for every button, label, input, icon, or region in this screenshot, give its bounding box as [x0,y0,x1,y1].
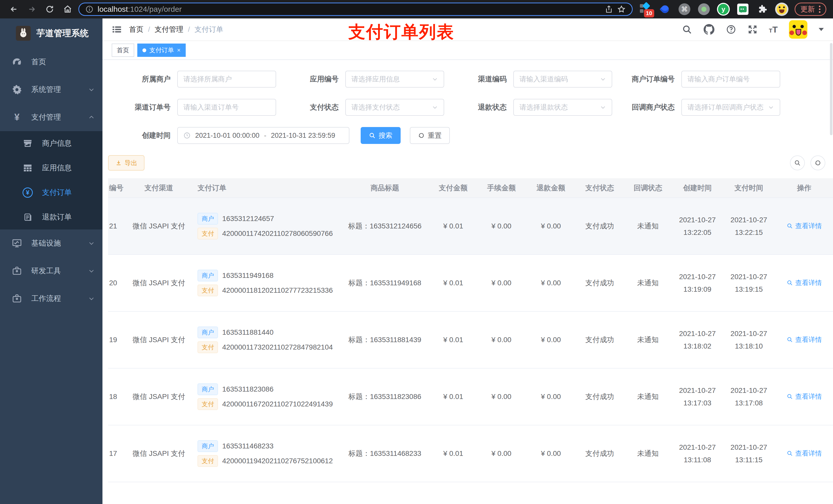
reload-icon[interactable] [43,2,57,16]
sidebar-item-workflow[interactable]: 工作流程 [0,285,102,312]
col-refund: 退款金额 [526,178,576,198]
date-range-picker[interactable]: 2021-10-01 00:00:00 - 2021-10-31 23:59:5… [177,127,349,144]
table-header-row: 编号 支付渠道 支付订单 商品标题 支付金额 手续金额 退款金额 支付状态 回调… [108,178,833,198]
y-extension-icon[interactable]: y [717,3,730,16]
pay-tag: 支付 [197,455,218,467]
sidebar-item-refund-order[interactable]: 退款订单 [0,205,102,230]
font-size-icon[interactable]: TT [769,25,778,34]
merchant-order-no-input[interactable] [681,71,780,88]
puzzle-icon[interactable] [756,3,769,16]
tab-home[interactable]: 首页 [112,44,134,57]
browser-update-button[interactable]: 更新 [794,3,826,16]
tab-pay-order[interactable]: 支付订单 × [137,44,186,57]
breadcrumb-payment[interactable]: 支付管理 [155,25,184,34]
chevron-down-icon [432,76,438,82]
breadcrumb: 首页 / 支付管理 / 支付订单 [129,25,223,34]
sidebar-item-home[interactable]: 首页 [0,48,102,76]
view-detail-link[interactable]: 查看详情 [787,335,822,344]
pay-tag: 支付 [197,398,218,410]
page-annotation: 支付订单列表 [348,21,454,44]
search-button[interactable]: 搜索 [361,127,401,144]
avatar-caret-icon[interactable] [819,28,824,31]
info-icon[interactable] [85,5,94,13]
briefcase-icon [11,266,23,276]
view-detail-link[interactable]: 查看详情 [787,449,822,458]
refund-order-icon [22,212,33,222]
fullscreen-icon[interactable] [747,24,758,34]
chat-extension-icon[interactable] [736,3,749,16]
merchant-input[interactable] [177,71,276,88]
merchant-tag: 商户 [197,270,218,282]
chevron-down-icon [768,104,774,111]
help-icon[interactable] [726,24,736,34]
filter-label: 渠道订单号 [108,102,177,112]
chevron-down-icon [88,240,95,247]
reset-button[interactable]: 重置 [410,127,450,144]
refresh-button[interactable] [810,155,825,170]
sidebar-item-payment[interactable]: ¥ 支付管理 [0,103,102,131]
header-actions: TT [682,20,824,39]
sketch-extension-icon[interactable]: 10 [639,3,652,16]
table-row: 17 微信 JSAPI 支付 商户1635311468233 支付4200001… [108,425,833,482]
sidebar-item-infrastructure[interactable]: 基础设施 [0,230,102,257]
merchant-tag: 商户 [197,327,218,338]
sidebar-item-system[interactable]: 系统管理 [0,76,102,103]
close-icon[interactable]: × [177,47,181,54]
view-detail-link[interactable]: 查看详情 [787,221,822,231]
filter-label: 支付状态 [276,102,345,112]
view-detail-link[interactable]: 查看详情 [787,392,822,401]
sidebar-item-label: 支付管理 [31,112,61,122]
command-extension-icon[interactable]: ⌘ [678,3,691,16]
pay-status-select[interactable]: 请选择支付状态 [345,99,444,116]
table-row: 19 微信 JSAPI 支付 商户1635311881440 支付4200001… [108,311,833,368]
sidebar-item-pay-order[interactable]: ¥ 支付订单 [0,180,102,205]
table-row: 18 微信 JSAPI 支付 商户1635311823086 支付4200001… [108,368,833,425]
sidebar-item-dev-tools[interactable]: 研发工具 [0,257,102,285]
chevron-up-icon [88,114,95,121]
gear-icon [11,84,23,95]
user-avatar[interactable] [789,20,807,39]
hamburger-icon[interactable] [112,24,122,34]
filter-label: 退款状态 [444,102,513,112]
filter-label: 创建时间 [108,130,177,140]
app-logo[interactable]: 芋道管理系统 [0,19,102,48]
app-title: 芋道管理系统 [37,27,89,39]
extension-badge: 10 [644,9,654,18]
view-detail-link[interactable]: 查看详情 [787,279,822,287]
sidebar-item-label: 工作流程 [31,293,61,304]
forward-icon[interactable] [25,2,39,16]
url-bar[interactable]: localhost:1024/pay/order [78,3,633,16]
back-icon[interactable] [7,2,21,16]
search-icon[interactable] [682,24,692,34]
filter-label: 渠道编码 [444,74,513,84]
breadcrumb-home[interactable]: 首页 [129,25,143,34]
app-select[interactable]: 请选择应用信息 [345,71,444,88]
sidebar-item-app-info[interactable]: 应用信息 [0,156,102,180]
chevron-down-icon [88,86,95,93]
col-paid: 支付时间 [723,178,775,198]
channel-code-select[interactable]: 请输入渠道编码 [513,71,612,88]
export-button[interactable]: 导出 [108,155,144,171]
monitor-icon [11,238,23,249]
channel-order-no-input[interactable] [177,99,276,116]
home-icon[interactable] [61,2,75,16]
sidebar-item-merchant-info[interactable]: 商户信息 [0,131,102,156]
share-icon[interactable] [605,5,613,13]
balloon-extension-icon[interactable] [658,3,672,16]
browser-menu-icon[interactable] [819,6,820,13]
extensions-tray: 10 ⌘ y [636,3,791,16]
chevron-down-icon [88,268,95,274]
table-row-partial: 商户1635311954796 [108,482,833,504]
refund-status-select[interactable]: 请选择退款状态 [513,99,612,116]
show-search-button[interactable] [790,155,805,170]
merchant-tag: 商户 [197,213,218,224]
sidebar-item-label: 支付订单 [42,188,72,198]
yen-icon: ¥ [11,113,23,122]
notify-status-select[interactable]: 请选择订单回调商户状态 [681,99,780,116]
star-icon[interactable] [617,5,626,14]
emoji-extension-icon[interactable] [775,3,788,16]
github-icon[interactable] [704,24,715,35]
chevron-down-icon [88,295,95,302]
dot-extension-icon[interactable] [697,3,711,16]
briefcase-icon [11,293,23,304]
